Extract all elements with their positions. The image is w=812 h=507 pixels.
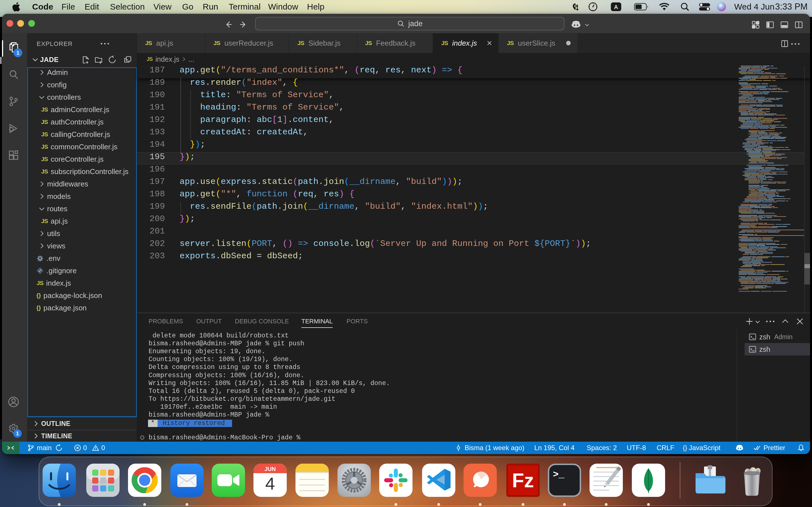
svg-text:Fz: Fz (512, 469, 534, 492)
svg-text:>_: >_ (553, 469, 564, 480)
svg-text:A: A (614, 4, 618, 10)
svg-text:JUN: JUN (264, 466, 276, 472)
svg-text:4: 4 (265, 474, 275, 493)
